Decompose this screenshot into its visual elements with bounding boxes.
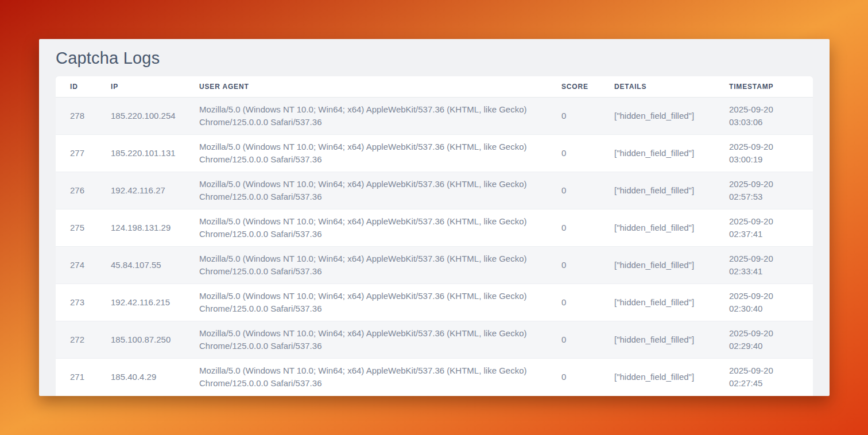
captcha-logs-table: ID IP USER AGENT SCORE DETAILS TIMESTAMP…: [56, 76, 813, 395]
cell-ip: 124.198.131.29: [111, 209, 199, 246]
cell-id: 271: [56, 358, 111, 395]
cell-timestamp: 2025-09-20 02:29:40: [729, 321, 813, 358]
column-header-ip: IP: [111, 76, 199, 97]
cell-score: 0: [561, 172, 614, 209]
cell-id: 278: [56, 97, 111, 134]
page-title: Captcha Logs: [56, 49, 830, 68]
cell-details: ["hidden_field_filled"]: [614, 283, 729, 321]
cell-score: 0: [561, 358, 614, 395]
cell-id: 274: [56, 246, 111, 283]
cell-user_agent: Mozilla/5.0 (Windows NT 10.0; Win64; x64…: [199, 172, 561, 209]
cell-score: 0: [561, 97, 614, 134]
cell-user_agent: Mozilla/5.0 (Windows NT 10.0; Win64; x64…: [199, 321, 561, 358]
cell-details: ["hidden_field_filled"]: [614, 172, 729, 209]
cell-score: 0: [561, 134, 614, 172]
column-header-timestamp: TIMESTAMP: [729, 76, 813, 97]
table-row: 272185.100.87.250Mozilla/5.0 (Windows NT…: [56, 321, 813, 358]
cell-id: 273: [56, 283, 111, 321]
cell-score: 0: [561, 283, 614, 321]
cell-ip: 185.220.101.131: [111, 134, 199, 172]
cell-user_agent: Mozilla/5.0 (Windows NT 10.0; Win64; x64…: [199, 97, 561, 134]
cell-user_agent: Mozilla/5.0 (Windows NT 10.0; Win64; x64…: [199, 134, 561, 172]
cell-timestamp: 2025-09-20 02:37:41: [729, 209, 813, 246]
cell-score: 0: [561, 246, 614, 283]
cell-timestamp: 2025-09-20 02:57:53: [729, 172, 813, 209]
logs-table-container: ID IP USER AGENT SCORE DETAILS TIMESTAMP…: [56, 76, 813, 396]
cell-user_agent: Mozilla/5.0 (Windows NT 10.0; Win64; x64…: [199, 358, 561, 395]
cell-ip: 185.100.87.250: [111, 321, 199, 358]
cell-ip: 45.84.107.55: [111, 246, 199, 283]
cell-details: ["hidden_field_filled"]: [614, 321, 729, 358]
cell-timestamp: 2025-09-20 02:27:45: [729, 358, 813, 395]
table-row: 273192.42.116.215Mozilla/5.0 (Windows NT…: [56, 283, 813, 321]
column-header-details: DETAILS: [614, 76, 729, 97]
cell-details: ["hidden_field_filled"]: [614, 97, 729, 134]
table-row: 27445.84.107.55Mozilla/5.0 (Windows NT 1…: [56, 246, 813, 283]
column-header-user-agent: USER AGENT: [199, 76, 561, 97]
captcha-logs-card: Captcha Logs ID IP USER AGENT SCORE DETA…: [39, 39, 830, 396]
table-row: 275124.198.131.29Mozilla/5.0 (Windows NT…: [56, 209, 813, 246]
table-body: 278185.220.100.254Mozilla/5.0 (Windows N…: [56, 97, 813, 395]
page-background: { "title": "Captcha Logs", "colors": { "…: [0, 0, 868, 435]
cell-timestamp: 2025-09-20 03:03:06: [729, 97, 813, 134]
cell-ip: 192.42.116.27: [111, 172, 199, 209]
cell-user_agent: Mozilla/5.0 (Windows NT 10.0; Win64; x64…: [199, 283, 561, 321]
cell-details: ["hidden_field_filled"]: [614, 209, 729, 246]
cell-ip: 192.42.116.215: [111, 283, 199, 321]
cell-details: ["hidden_field_filled"]: [614, 358, 729, 395]
cell-user_agent: Mozilla/5.0 (Windows NT 10.0; Win64; x64…: [199, 209, 561, 246]
column-header-id: ID: [56, 76, 111, 97]
cell-score: 0: [561, 321, 614, 358]
cell-timestamp: 2025-09-20 03:00:19: [729, 134, 813, 172]
table-row: 271185.40.4.29Mozilla/5.0 (Windows NT 10…: [56, 358, 813, 395]
cell-id: 277: [56, 134, 111, 172]
cell-id: 272: [56, 321, 111, 358]
cell-details: ["hidden_field_filled"]: [614, 246, 729, 283]
table-header-row: ID IP USER AGENT SCORE DETAILS TIMESTAMP: [56, 76, 813, 97]
column-header-score: SCORE: [561, 76, 614, 97]
table-row: 276192.42.116.27Mozilla/5.0 (Windows NT …: [56, 172, 813, 209]
cell-id: 275: [56, 209, 111, 246]
cell-user_agent: Mozilla/5.0 (Windows NT 10.0; Win64; x64…: [199, 246, 561, 283]
cell-id: 276: [56, 172, 111, 209]
cell-ip: 185.220.100.254: [111, 97, 199, 134]
cell-score: 0: [561, 209, 614, 246]
cell-timestamp: 2025-09-20 02:30:40: [729, 283, 813, 321]
table-row: 277185.220.101.131Mozilla/5.0 (Windows N…: [56, 134, 813, 172]
cell-details: ["hidden_field_filled"]: [614, 134, 729, 172]
table-row: 278185.220.100.254Mozilla/5.0 (Windows N…: [56, 97, 813, 134]
cell-ip: 185.40.4.29: [111, 358, 199, 395]
cell-timestamp: 2025-09-20 02:33:41: [729, 246, 813, 283]
